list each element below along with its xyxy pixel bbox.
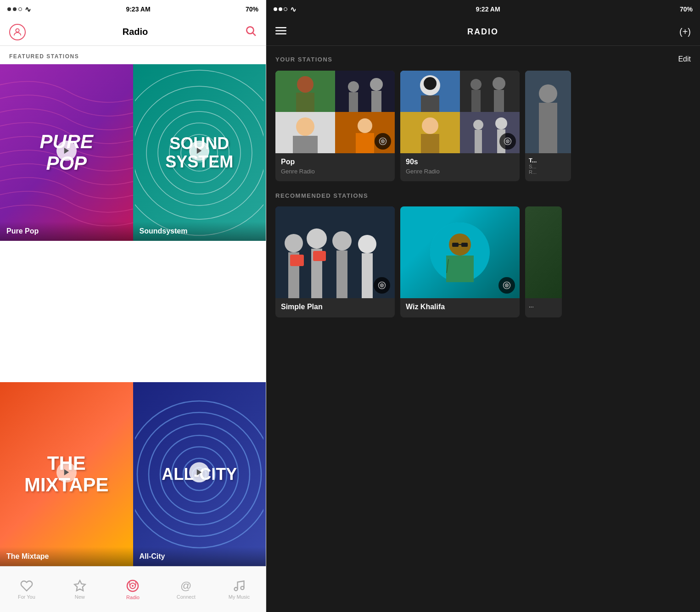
nav-for-you[interactable]: For You [0, 579, 53, 600]
wiz-khalifa-card[interactable]: Wiz Khalifa [400, 206, 520, 317]
90s-img-3 [400, 112, 460, 153]
svg-point-57 [422, 117, 438, 134]
partial-rec-img [525, 206, 562, 298]
recommended-stations-title: RECOMMENDED STATIONS [275, 192, 368, 199]
svg-rect-58 [421, 134, 439, 153]
wiz-khalifa-portrait [430, 223, 490, 282]
svg-marker-20 [197, 469, 202, 476]
pop-station-type: Genre Radio [281, 168, 389, 175]
svg-point-26 [241, 586, 244, 590]
partial-rec-info: ... [525, 298, 562, 312]
simple-plan-name: Simple Plan [281, 303, 389, 311]
soundsystem-play-button[interactable] [189, 140, 209, 161]
svg-rect-76 [336, 250, 347, 298]
simple-plan-radio-badge [374, 277, 390, 294]
nav-connect-label: Connect [177, 594, 196, 600]
svg-line-2 [253, 33, 256, 35]
nav-for-you-label: For You [18, 594, 35, 600]
station-card-allcity[interactable]: ALL-CITY All-City [133, 382, 266, 566]
your-stations-row: Pop Genre Radio [275, 71, 691, 181]
svg-rect-35 [349, 92, 358, 112]
svg-point-71 [285, 234, 303, 252]
wifi-icon: ∿ [25, 5, 31, 14]
nav-radio[interactable]: Radio [106, 579, 160, 600]
svg-rect-40 [293, 136, 318, 153]
r-dot-3 [284, 7, 287, 11]
right-panel: ∿ 9:22 AM 70% RADIO (+) YOUR STATIONS Ed… [266, 0, 700, 612]
nav-my-music-label: My Music [229, 594, 250, 600]
90s-radio-badge [499, 133, 516, 150]
90s-img-1 [400, 71, 460, 112]
mixtape-label: The Mixtape [0, 547, 133, 566]
svg-rect-88 [461, 243, 468, 247]
svg-point-93 [506, 285, 507, 286]
search-button[interactable] [245, 25, 257, 39]
station-card-mixtape[interactable]: THEMIXTAPE The Mixtape [0, 382, 133, 566]
partial-station-img [525, 71, 571, 153]
svg-point-62 [495, 117, 507, 129]
svg-rect-80 [313, 251, 326, 261]
svg-point-31 [297, 76, 314, 93]
pop-station-card[interactable]: Pop Genre Radio [275, 71, 395, 181]
nav-my-music[interactable]: My Music [213, 579, 266, 600]
svg-rect-78 [362, 253, 373, 298]
left-bottom-nav: For You New Radio @ Connect [0, 566, 266, 612]
stations-grid: PUREPOP Pure Pop [0, 64, 266, 566]
left-status-bar: ∿ 9:23 AM 70% [0, 0, 266, 18]
nav-new[interactable]: New [53, 579, 106, 600]
pop-img-3 [275, 112, 335, 153]
r-dot-2 [279, 7, 282, 11]
wiz-khalifa-info: Wiz Khalifa [400, 298, 520, 317]
svg-point-52 [470, 79, 482, 90]
simple-plan-card[interactable]: Simple Plan [275, 206, 395, 317]
profile-icon[interactable] [9, 24, 26, 40]
svg-rect-29 [275, 33, 286, 34]
svg-rect-51 [460, 71, 520, 112]
partial-station-card[interactable]: T... S... R... [525, 71, 571, 181]
90s-station-type: Genre Radio [406, 168, 514, 175]
add-station-button[interactable]: (+) [679, 27, 691, 37]
station-card-soundsystem[interactable]: SOUNDSYSTEM Soundsystem [133, 64, 266, 241]
svg-point-39 [296, 117, 314, 136]
svg-point-1 [246, 27, 253, 33]
90s-station-card[interactable]: 90s Genre Radio [400, 71, 520, 181]
pop-radio-badge [375, 133, 391, 150]
station-card-pure-pop[interactable]: PUREPOP Pure Pop [0, 64, 133, 241]
svg-rect-69 [539, 103, 557, 153]
left-time: 9:23 AM [126, 6, 150, 13]
status-left: ∿ [7, 5, 31, 14]
svg-rect-55 [494, 90, 504, 112]
svg-point-54 [493, 77, 505, 90]
svg-point-68 [539, 84, 557, 103]
svg-point-25 [235, 587, 238, 590]
90s-station-info: 90s Genre Radio [400, 153, 520, 181]
edit-button[interactable]: Edit [678, 55, 691, 63]
svg-rect-61 [475, 130, 482, 153]
mixtape-play-button[interactable] [56, 462, 77, 482]
right-wifi-icon: ∿ [290, 5, 296, 14]
pure-pop-play-button[interactable] [56, 140, 77, 161]
left-battery: 70% [246, 6, 258, 13]
dot-3 [18, 7, 22, 11]
soundsystem-label: Soundsystem [133, 222, 266, 241]
wiz-khalifa-radio-badge [498, 277, 515, 294]
right-header-title: RADIO [467, 27, 498, 37]
hamburger-menu-button[interactable] [275, 25, 286, 39]
svg-marker-21 [74, 580, 85, 590]
svg-rect-79 [290, 255, 304, 266]
allcity-play-button[interactable] [189, 462, 209, 482]
allcity-label: All-City [133, 547, 266, 566]
r-dot-1 [274, 7, 277, 11]
svg-rect-86 [446, 256, 474, 282]
partial-rec-card[interactable]: ... [525, 206, 562, 317]
nav-connect[interactable]: @ Connect [159, 579, 213, 600]
left-header: Radio [0, 18, 266, 46]
90s-station-name: 90s [406, 158, 514, 166]
pop-station-info: Pop Genre Radio [275, 153, 395, 181]
right-time: 9:22 AM [476, 6, 500, 13]
pop-station-name: Pop [281, 158, 389, 166]
right-content: YOUR STATIONS Edit [266, 46, 700, 612]
simple-plan-info: Simple Plan [275, 298, 395, 317]
svg-point-75 [332, 231, 352, 250]
partial-rec-name: ... [529, 302, 558, 309]
